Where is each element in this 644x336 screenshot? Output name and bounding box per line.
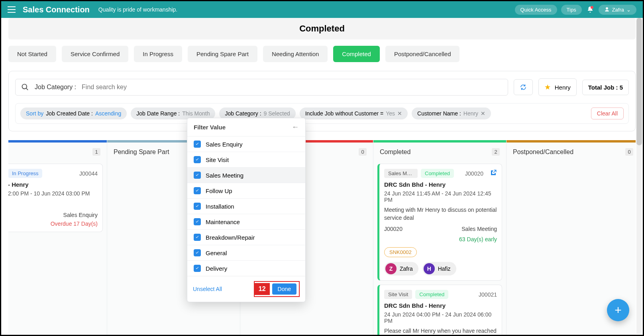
- avatar: H: [424, 263, 435, 274]
- search-box[interactable]: Job Category :: [15, 79, 508, 96]
- panel-title: Filter Value: [194, 124, 226, 131]
- page-title: Completed: [8, 18, 636, 39]
- early-text: 63 Day(s) early: [459, 236, 497, 242]
- option-sales-enquiry[interactable]: Sales Enquiry: [187, 136, 305, 152]
- scrollbar[interactable]: [636, 18, 642, 334]
- search-icon: [21, 83, 29, 91]
- card-date: 24 Jun 2024 11:45 AM - 24 Jun 2024 12:45…: [384, 190, 497, 203]
- option-breakdown[interactable]: Breakdown/Repair: [187, 229, 305, 245]
- col-count: 1: [92, 148, 100, 156]
- menu-icon[interactable]: [8, 6, 16, 14]
- col-count: 0: [625, 148, 633, 156]
- open-icon[interactable]: [490, 169, 497, 178]
- job-card[interactable]: Sales Me… Completed J00020 DRC Sdn Bhd -…: [377, 164, 502, 281]
- tab-in-progress[interactable]: In Progress: [134, 46, 182, 62]
- option-general[interactable]: General: [187, 245, 305, 260]
- chip-customer[interactable]: Customer Name : Henry ✕: [412, 107, 491, 119]
- tag[interactable]: SNK0002: [384, 247, 417, 257]
- annotation-badge: 12: [255, 283, 270, 295]
- tab-postponed[interactable]: Postponed/Cancelled: [385, 46, 460, 62]
- col-title: Postponed/Cancelled: [513, 148, 573, 156]
- tab-completed[interactable]: Completed: [333, 46, 380, 62]
- type-badge: Sales Me…: [384, 169, 418, 178]
- col-title: Pending Spare Part: [114, 148, 169, 156]
- avatar: Z: [385, 263, 397, 274]
- col-count: 2: [492, 148, 500, 156]
- overdue-text: Overdue 17 Day(s): [8, 221, 98, 227]
- status-badge: Completed: [421, 169, 454, 178]
- chip-include[interactable]: Include Job without Customer = Yes ✕: [300, 107, 408, 119]
- job-number: J00020: [465, 170, 483, 177]
- done-button[interactable]: Done: [272, 283, 296, 295]
- type-badge: Site Visit: [384, 290, 412, 299]
- job-card[interactable]: In Progress J00044 - Henry 2:00 PM - 10 …: [8, 164, 103, 232]
- job-number: J00044: [79, 170, 98, 177]
- col-count: 0: [359, 148, 367, 156]
- close-icon[interactable]: ✕: [481, 110, 485, 117]
- job-card[interactable]: Site Visit Completed J00021 DRC Sdn Bhd …: [377, 285, 502, 335]
- filter-value-panel: Filter Value ← Sales Enquiry Site Visit …: [187, 118, 306, 302]
- option-maintenance[interactable]: Maintenance: [187, 214, 305, 229]
- tab-needing-attention[interactable]: Needing Attention: [263, 46, 328, 62]
- col-title: Completed: [380, 148, 410, 156]
- slogan: Quality is pride of workmanship.: [98, 6, 177, 13]
- tab-pending-spare-part[interactable]: Pending Spare Part: [188, 46, 257, 62]
- close-icon[interactable]: ✕: [397, 110, 402, 117]
- option-sales-meeting[interactable]: Sales Meeting: [187, 167, 305, 183]
- status-badge: In Progress: [8, 169, 42, 178]
- add-button[interactable]: +: [607, 299, 629, 321]
- total-job: Total Job : 5: [582, 80, 629, 95]
- card-title: - Henry: [8, 181, 98, 188]
- search-input[interactable]: [82, 84, 502, 91]
- brand: Sales Connection: [23, 5, 90, 14]
- unselect-all[interactable]: Unselect All: [193, 286, 222, 292]
- favorite-label: Henry: [555, 84, 571, 91]
- card-desc: Meeting with Mr Henry to discuss on pote…: [384, 206, 497, 222]
- chevron-down-icon: ⌄: [626, 7, 631, 13]
- option-follow-up[interactable]: Follow Up: [187, 183, 305, 198]
- tab-not-started[interactable]: Not Started: [8, 46, 56, 62]
- favorite-filter[interactable]: ★ Henry: [538, 78, 577, 96]
- tips-button[interactable]: Tips: [561, 5, 582, 15]
- job-number: J00021: [479, 291, 497, 298]
- refresh-icon: [520, 84, 527, 91]
- job-ref: J00020: [384, 226, 402, 232]
- clear-all-button[interactable]: Clear All: [591, 107, 624, 119]
- card-type: Sales Enquiry: [63, 212, 98, 218]
- bell-icon[interactable]: [586, 5, 595, 14]
- card-desc: Please call Mr Henry when you have reach…: [384, 327, 497, 335]
- option-delivery[interactable]: Delivery: [187, 260, 305, 276]
- option-installation[interactable]: Installation: [187, 198, 305, 214]
- chip-sort[interactable]: Sort by Job Created Date : Ascending: [20, 107, 127, 119]
- tab-service-confirmed[interactable]: Service Confirmed: [62, 46, 128, 62]
- option-site-visit[interactable]: Site Visit: [187, 152, 305, 167]
- refresh-button[interactable]: [514, 79, 533, 95]
- assignee[interactable]: Z Zafra: [384, 262, 418, 275]
- card-title: DRC Sdn Bhd - Henry: [384, 302, 497, 309]
- search-label: Job Category :: [35, 84, 76, 91]
- card-title: DRC Sdn Bhd - Henry: [384, 181, 497, 188]
- card-type: Sales Meeting: [461, 226, 497, 232]
- assignee[interactable]: H Hafiz: [422, 262, 456, 275]
- card-date: 24 Jun 2024 04:00 PM - 24 Jun 2024 06:00…: [384, 311, 497, 324]
- star-icon: ★: [544, 83, 551, 92]
- back-icon[interactable]: ←: [292, 123, 299, 131]
- card-date: 2:00 PM - 10 Jun 2024 03:00 PM: [8, 190, 98, 197]
- quick-access-button[interactable]: Quick Access: [515, 5, 557, 15]
- status-badge: Completed: [415, 290, 448, 299]
- user-menu[interactable]: Zafra ⌄: [599, 5, 636, 15]
- user-name: Zafra: [612, 7, 624, 13]
